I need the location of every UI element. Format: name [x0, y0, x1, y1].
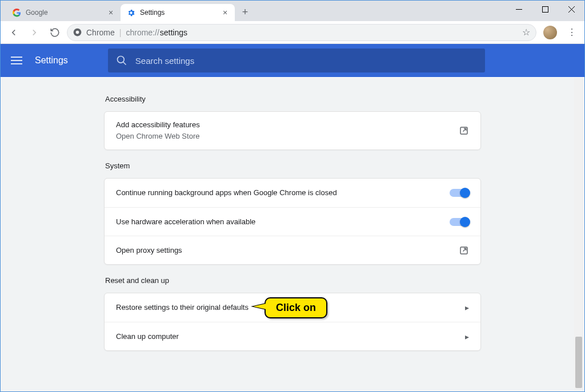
row-restore-defaults[interactable]: Restore settings to their original defau…: [105, 293, 480, 322]
toggle-hardware-acceleration[interactable]: [450, 218, 469, 226]
bookmark-star-icon[interactable]: ☆: [522, 27, 530, 38]
back-button[interactable]: [5, 24, 22, 41]
window-titlebar: Google × Settings × +: [1, 1, 584, 21]
url-prefix: chrome://: [126, 28, 159, 37]
callout-text: Click on: [276, 302, 316, 313]
svg-point-5: [76, 31, 79, 34]
svg-rect-1: [542, 6, 548, 12]
tab-title: Google: [26, 9, 102, 17]
search-icon: [116, 55, 127, 66]
profile-avatar[interactable]: [543, 26, 557, 39]
svg-rect-6: [11, 56, 22, 58]
tab-strip: Google × Settings × +: [1, 1, 253, 21]
search-settings-input[interactable]: [135, 56, 477, 66]
scrollbar-thumb[interactable]: [575, 337, 582, 388]
header-title: Settings: [35, 55, 68, 66]
url-host: Chrome: [86, 28, 115, 37]
minimize-button[interactable]: [506, 1, 532, 18]
row-label: Continue running background apps when Go…: [116, 188, 443, 198]
browser-tab-google[interactable]: Google ×: [6, 4, 121, 21]
browser-tab-settings[interactable]: Settings ×: [121, 4, 235, 21]
accessibility-card: Add accessibility features Open Chrome W…: [104, 111, 481, 150]
section-title-system: System: [105, 161, 481, 170]
settings-header: Settings: [1, 44, 584, 77]
chevron-right-icon: ▸: [465, 303, 469, 312]
chrome-info-icon: [73, 28, 82, 37]
row-background-apps[interactable]: Continue running background apps when Go…: [105, 179, 480, 207]
chrome-menu-button[interactable]: ⋮: [564, 27, 580, 38]
tab-close-icon[interactable]: ×: [221, 9, 229, 17]
row-label: Clean up computer: [116, 332, 458, 342]
row-clean-up-computer[interactable]: Clean up computer ▸: [105, 322, 480, 350]
reset-card: Restore settings to their original defau…: [104, 293, 481, 351]
chevron-right-icon: ▸: [465, 332, 469, 341]
system-card: Continue running background apps when Go…: [104, 178, 481, 265]
row-label: Open proxy settings: [116, 245, 452, 256]
address-bar[interactable]: Chrome | chrome://settings ☆: [67, 24, 536, 41]
row-label: Add accessibility features: [116, 120, 452, 130]
scrollbar[interactable]: [574, 78, 583, 390]
forward-button[interactable]: [26, 24, 43, 41]
new-tab-button[interactable]: +: [237, 4, 253, 20]
settings-content: Accessibility Add accessibility features…: [1, 78, 584, 391]
menu-hamburger-icon[interactable]: [11, 55, 22, 66]
svg-rect-8: [11, 63, 22, 64]
url-path: settings: [160, 28, 187, 37]
row-sublabel: Open Chrome Web Store: [116, 131, 452, 142]
svg-point-9: [117, 56, 124, 63]
browser-toolbar: Chrome | chrome://settings ☆ ⋮: [1, 21, 584, 44]
section-title-accessibility: Accessibility: [105, 95, 481, 103]
reload-button[interactable]: [46, 24, 63, 41]
svg-rect-0: [516, 9, 522, 10]
section-title-reset: Reset and clean up: [105, 276, 481, 285]
maximize-button[interactable]: [532, 1, 558, 18]
url-separator: |: [119, 28, 122, 37]
row-open-proxy-settings[interactable]: Open proxy settings: [105, 236, 480, 264]
tab-close-icon[interactable]: ×: [107, 9, 115, 17]
svg-rect-7: [11, 60, 22, 61]
external-link-icon: [459, 126, 469, 136]
search-settings-box[interactable]: [108, 49, 485, 72]
toggle-background-apps[interactable]: [450, 189, 469, 197]
close-window-button[interactable]: [558, 1, 584, 18]
row-add-accessibility-features[interactable]: Add accessibility features Open Chrome W…: [105, 112, 480, 149]
row-label: Use hardware acceleration when available: [116, 217, 443, 227]
window-controls: [506, 1, 584, 18]
settings-favicon-icon: [126, 8, 135, 17]
external-link-icon: [459, 245, 469, 256]
google-favicon-icon: [12, 8, 21, 17]
svg-line-10: [123, 62, 126, 65]
row-hardware-acceleration[interactable]: Use hardware acceleration when available: [105, 207, 480, 236]
tab-title: Settings: [140, 9, 217, 17]
callout-annotation: Click on: [265, 297, 327, 318]
